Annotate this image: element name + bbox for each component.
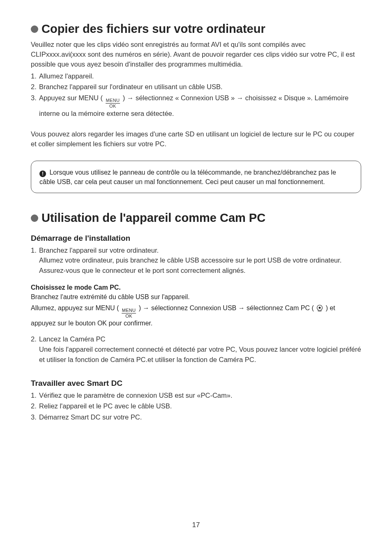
list-item: 3. Démarrez Smart DC sur votre PC. xyxy=(31,412,361,422)
paragraph: Vous pouvez alors regarder les images d'… xyxy=(31,129,361,149)
note-box: ! Lorsque vous utilisez le panneau de co… xyxy=(31,161,361,193)
ordered-list: 2. Lancez la Caméra PC Une fois l'appare… xyxy=(31,334,361,364)
menu-icon-top: MENU xyxy=(122,308,136,313)
ordered-list: 1. Branchez l'appareil sur votre ordinat… xyxy=(31,245,361,276)
warning-icon: ! xyxy=(39,171,46,177)
mode-line1: Branchez l'autre extrémité du câble USB … xyxy=(31,292,361,302)
list-item: 1. Branchez l'appareil sur votre ordinat… xyxy=(31,245,361,276)
menu-icon-bottom: OK xyxy=(109,104,116,108)
list-text: Vérifiez que le paramètre de connexion U… xyxy=(39,390,361,401)
webcam-icon xyxy=(316,304,323,312)
list-text: Lancez la Caméra PC Une fois l'appareil … xyxy=(39,334,361,364)
subheading-smart-dc: Travailler avec Smart DC xyxy=(31,379,361,388)
subsub-heading-mode: Choisissez le mode Cam PC. xyxy=(31,284,361,291)
menu-icon-top: MENU xyxy=(106,98,120,104)
menu-icon-bottom: OK xyxy=(125,313,132,318)
text-line: Allumez votre ordinateur, puis branchez … xyxy=(39,256,341,274)
section-heading-pc-cam: Utilisation de l'appareil comme Cam PC xyxy=(31,212,361,225)
list-item: 2. Reliez l'appareil et le PC avec le câ… xyxy=(31,401,361,411)
bullet-icon xyxy=(31,25,38,33)
list-number: 1. xyxy=(31,390,39,401)
text-fragment: Allumez, appuyez sur MENU ( xyxy=(31,304,121,311)
text-line: Branchez l'appareil sur votre ordinateur… xyxy=(39,247,159,254)
list-item: 2. Branchez l'appareil sur l'ordinateur … xyxy=(31,82,361,92)
list-text: Démarrez Smart DC sur votre PC. xyxy=(39,412,361,422)
list-number: 3. xyxy=(31,93,39,103)
list-number: 1. xyxy=(31,71,39,81)
list-item: 1. Allumez l'appareil. xyxy=(31,71,361,81)
list-text: Branchez l'appareil sur l'ordinateur en … xyxy=(39,82,361,92)
list-text: Allumez l'appareil. xyxy=(39,71,361,81)
section-heading-copy-files: Copier des fichiers sur votre ordinateur xyxy=(31,23,361,36)
bullet-icon xyxy=(31,214,38,222)
intro-paragraph: Veuillez noter que les clips vidéo sont … xyxy=(31,40,361,69)
list-item: 2. Lancez la Caméra PC Une fois l'appare… xyxy=(31,334,361,364)
list-number: 2. xyxy=(31,401,39,411)
text-line: Lancez la Caméra PC xyxy=(39,335,105,343)
menu-ok-icon: MENUOK xyxy=(106,98,120,108)
text-fragment: ) → sélectionnez Connexion USB → sélecti… xyxy=(137,304,316,311)
text-fragment: Appuyez sur MENU ( xyxy=(39,94,105,101)
list-number: 3. xyxy=(31,412,39,422)
list-number: 2. xyxy=(31,334,39,344)
list-text: Branchez l'appareil sur votre ordinateur… xyxy=(39,245,361,276)
list-item: 3. Appuyez sur MENU ( MENUOK ) → sélecti… xyxy=(31,93,361,119)
ordered-list: 1. Vérifiez que le paramètre de connexio… xyxy=(31,390,361,422)
list-item: 1. Vérifiez que le paramètre de connexio… xyxy=(31,390,361,401)
svg-point-1 xyxy=(319,307,321,309)
note-text: Lorsque vous utilisez le panneau de cont… xyxy=(39,169,336,186)
menu-ok-icon: MENUOK xyxy=(122,308,136,318)
mode-line2: Allumez, appuyez sur MENU ( MENUOK ) → s… xyxy=(31,303,361,329)
list-text: Reliez l'appareil et le PC avec le câble… xyxy=(39,401,361,411)
ordered-list: 1. Allumez l'appareil. 2. Branchez l'app… xyxy=(31,71,361,119)
text-line: Une fois l'appareil correctement connect… xyxy=(39,346,361,363)
subheading-install-start: Démarrage de l'installation xyxy=(31,234,361,243)
list-number: 1. xyxy=(31,245,39,256)
section-title: Utilisation de l'appareil comme Cam PC xyxy=(42,212,265,225)
manual-page: Copier des fichiers sur votre ordinateur… xyxy=(0,0,392,544)
list-number: 2. xyxy=(31,82,39,92)
list-text: Appuyez sur MENU ( MENUOK ) → sélectionn… xyxy=(39,93,361,119)
section-title: Copier des fichiers sur votre ordinateur xyxy=(42,23,265,36)
page-number: 17 xyxy=(0,521,392,529)
